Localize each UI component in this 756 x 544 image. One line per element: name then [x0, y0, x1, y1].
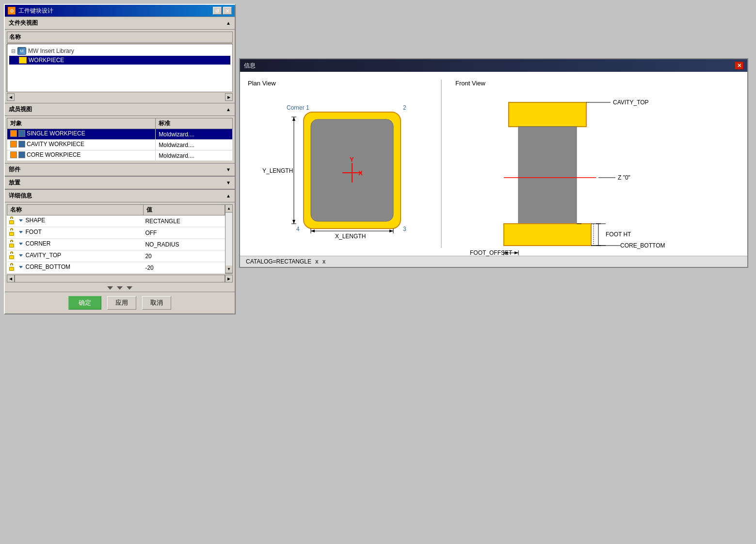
cancel-button[interactable]: 取消: [142, 296, 171, 310]
place-section-label: 放置: [9, 179, 20, 187]
status-x2[interactable]: x: [322, 258, 326, 265]
table-row[interactable]: SINGLE WORKPIECE Moldwizard....: [7, 129, 233, 140]
shape-value: RECTANGLE: [143, 215, 225, 227]
front-view: Front View CAVITY_TOP Z "0": [455, 80, 740, 248]
member-std-1: Moldwizard....: [156, 129, 233, 140]
scroll-right-btn[interactable]: ▶: [225, 93, 233, 101]
corner-label: CORNER: [26, 240, 51, 247]
status-x1[interactable]: x: [315, 258, 319, 265]
chevron-3[interactable]: [127, 286, 132, 290]
table-row[interactable]: CORE WORKPIECE Moldwizard....: [7, 150, 233, 161]
detail-scroll-track[interactable]: [15, 275, 225, 282]
svg-marker-43: [515, 251, 518, 254]
member-icon-2a: [10, 141, 17, 148]
detail-section-toggle[interactable]: ▲: [226, 193, 231, 198]
bottom-buttons: 确定 应用 取消: [5, 292, 235, 313]
table-row[interactable]: CAVITY WORKPIECE Moldwizard....: [7, 140, 233, 150]
svg-marker-21: [292, 220, 295, 224]
file-tree-section: 名称 ⊟ M MW Insert Library WORKPIECE ◀ ▶: [5, 30, 235, 103]
svg-rect-24: [504, 224, 591, 246]
dropdown-arrow-core: [19, 266, 23, 268]
member-section-toggle[interactable]: ▲: [226, 107, 231, 112]
divider: [441, 80, 442, 248]
left-panel: ⚙ 工件键块设计 ↺ ✕ 文件夹视图 ▲ 名称 ⊟ M MW Insert Li…: [4, 4, 236, 314]
member-obj-3: CORE WORKPIECE: [7, 150, 156, 161]
file-section-toggle[interactable]: ▲: [226, 20, 231, 26]
dropdown-arrow-corner: [19, 243, 23, 245]
chevron-2[interactable]: [117, 286, 123, 290]
info-close-button[interactable]: ✕: [735, 62, 743, 69]
file-section-header: 文件夹视图 ▲: [5, 16, 235, 30]
detail-v-scrollbar[interactable]: ▲ ▼: [225, 204, 233, 274]
info-content: Plan View Y_LENGTH: [240, 72, 747, 256]
detail-scroll-left[interactable]: ◀: [7, 275, 15, 282]
detail-h-scrollbar: ◀ ▶: [7, 275, 233, 282]
info-title-bar: 信息 ✕: [240, 59, 747, 72]
table-row[interactable]: CAVITY_TOP 20: [7, 250, 225, 262]
plan-view-svg: Y_LENGTH Y X Corner 1 2: [248, 93, 413, 243]
svg-text:4: 4: [296, 226, 300, 232]
svg-text:X: X: [358, 169, 363, 177]
svg-marker-20: [292, 117, 295, 121]
table-row[interactable]: CORNER NO_RADIUS: [7, 239, 225, 250]
part-section-label: 部件: [9, 165, 20, 174]
detail-col-value: 值: [143, 205, 225, 215]
svg-marker-18: [311, 230, 315, 232]
title-bar-left: ⚙ 工件键块设计: [8, 7, 53, 15]
svg-rect-23: [518, 127, 577, 224]
dropdown-arrow-shape: [19, 219, 23, 222]
foot-value: OFF: [143, 227, 225, 239]
detail-row-foot-name: FOOT: [7, 227, 144, 239]
member-section-content: 对象 标准 SINGLE WORKPIECE Moldwizard....: [5, 116, 235, 163]
member-col-std: 标准: [156, 118, 233, 129]
shape-label: SHAPE: [26, 217, 46, 224]
table-row[interactable]: CORE_BOTTOM -20: [7, 262, 225, 274]
v-scroll-track[interactable]: [225, 213, 232, 265]
plan-view: Plan View Y_LENGTH: [248, 80, 427, 248]
member-icon-3b: [18, 151, 25, 158]
chevron-row: [5, 284, 235, 292]
part-section-header[interactable]: 部件 ▼: [5, 163, 235, 176]
mw-icon: M: [17, 47, 26, 55]
member-section-label: 成员视图: [9, 105, 32, 114]
front-view-title: Front View: [455, 80, 740, 87]
apply-button[interactable]: 应用: [107, 296, 136, 310]
part-section-toggle[interactable]: ▼: [226, 167, 231, 172]
front-diagram: CAVITY_TOP Z "0" FOOT HT CORE_BOTTOM: [455, 93, 649, 248]
info-panel: 信息 ✕ Plan View Y_LENGTH: [239, 58, 748, 268]
tree-item-mw[interactable]: ⊟ M MW Insert Library: [9, 46, 230, 56]
status-catalog-text: CATALOG=RECTANGLE: [246, 258, 311, 265]
svg-text:FOOT HT: FOOT HT: [606, 231, 631, 238]
detail-scroll-right[interactable]: ▶: [225, 275, 233, 282]
member-icon-3a: [10, 151, 17, 158]
ok-button[interactable]: 确定: [68, 296, 101, 310]
scroll-left-btn[interactable]: ◀: [7, 93, 15, 101]
minimize-button[interactable]: ↺: [213, 7, 222, 15]
cavity-top-value: 20: [143, 250, 225, 262]
member-std-3: Moldwizard....: [156, 150, 233, 161]
table-row[interactable]: SHAPE RECTANGLE: [7, 215, 225, 227]
workpiece-label: WORKPIECE: [29, 57, 64, 64]
window-title: 工件键块设计: [18, 7, 53, 15]
detail-row-corner-name: CORNER: [7, 239, 144, 250]
app-icon: ⚙: [8, 7, 16, 15]
svg-text:CAVITY_TOP: CAVITY_TOP: [613, 99, 649, 106]
table-row[interactable]: FOOT OFF: [7, 227, 225, 239]
tree-content: ⊟ M MW Insert Library WORKPIECE: [7, 44, 233, 92]
place-section-header[interactable]: 放置 ▼: [5, 176, 235, 189]
place-section-toggle[interactable]: ▼: [226, 180, 231, 185]
chevron-1[interactable]: [107, 286, 113, 290]
title-bar: ⚙ 工件键块设计 ↺ ✕: [5, 5, 235, 16]
plan-diagram: Y_LENGTH Y X Corner 1 2: [248, 93, 413, 238]
scroll-up-btn[interactable]: ▲: [225, 205, 232, 213]
svg-marker-19: [389, 230, 393, 232]
detail-section-header[interactable]: 详细信息 ▲: [5, 189, 235, 202]
file-section-label: 文件夹视图: [9, 19, 38, 27]
close-button[interactable]: ✕: [223, 7, 232, 15]
detail-row-cavity-name: CAVITY_TOP: [7, 250, 144, 262]
tree-header: 名称: [7, 32, 233, 43]
tree-item-workpiece[interactable]: WORKPIECE: [9, 56, 230, 65]
detail-row-core-name: CORE_BOTTOM: [7, 262, 144, 274]
svg-text:Corner 1: Corner 1: [287, 104, 309, 111]
scroll-down-btn[interactable]: ▼: [225, 265, 232, 273]
